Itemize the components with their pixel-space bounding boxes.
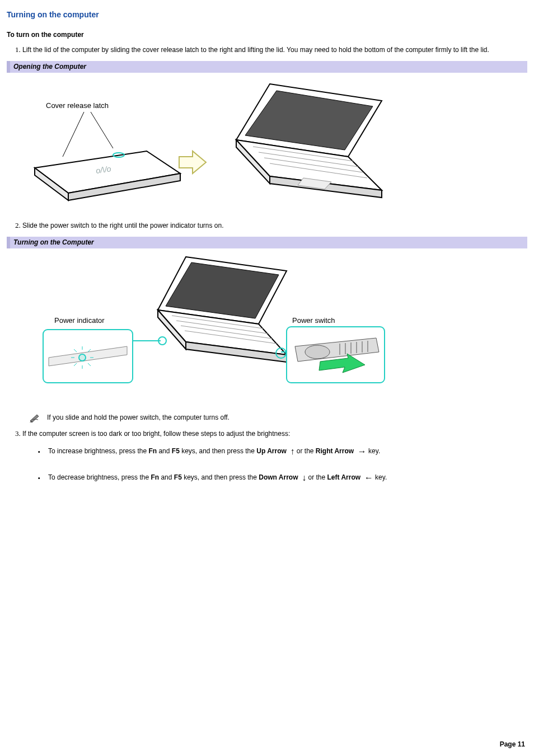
step-2-text: Slide the power switch to the right unti…: [22, 222, 224, 229]
arrow-right-icon: →: [358, 447, 367, 456]
key-f5: F5: [174, 473, 182, 481]
key-left-arrow: Left Arrow: [327, 473, 361, 481]
label-power-indicator: Power indicator: [54, 316, 105, 326]
arrow-up-icon: ↑: [290, 447, 294, 456]
txt: key.: [375, 473, 387, 481]
step-3: If the computer screen is too dark or to…: [22, 429, 527, 483]
figure-turning-on-computer: Power indicator Power switch: [7, 251, 527, 405]
label-cover-release-latch: Cover release latch: [46, 101, 109, 111]
arrow-down-icon: ↓: [302, 473, 306, 482]
step-2: Slide the power switch to the right unti…: [22, 220, 527, 231]
key-right-arrow: Right Arrow: [316, 447, 354, 455]
opening-computer-svg: o/\/o: [29, 78, 410, 207]
svg-marker-6: [179, 151, 206, 173]
note-row: If you slide and hold the power switch, …: [29, 413, 527, 423]
turning-on-computer-svg: [29, 254, 421, 400]
arrow-right-icon: [179, 151, 206, 173]
key-fn: Fn: [151, 473, 159, 481]
svg-line-1: [91, 112, 113, 148]
txt: and: [157, 447, 172, 455]
txt: keys, and then press the: [182, 473, 259, 481]
txt: and: [159, 473, 174, 481]
txt: To decrease brightness, press the: [48, 473, 151, 481]
step-3-text: If the computer screen is too dark or to…: [22, 430, 290, 438]
arrow-left-icon: ←: [364, 473, 373, 482]
figure-caption-1: Opening the Computer: [7, 61, 527, 73]
step-1: Lift the lid of the computer by sliding …: [22, 45, 527, 55]
svg-point-30: [79, 354, 86, 361]
txt: key.: [368, 447, 380, 455]
key-down-arrow: Down Arrow: [259, 473, 298, 481]
note-icon: [29, 413, 41, 423]
bullet-decrease: To decrease brightness, press the Fn and…: [38, 471, 527, 484]
label-power-switch: Power switch: [292, 316, 335, 326]
svg-line-0: [63, 112, 84, 157]
step-1-text: Lift the lid of the computer by sliding …: [22, 46, 489, 54]
txt: To increase brightness, press the: [48, 447, 148, 455]
page-title: Turning on the computer: [7, 9, 527, 20]
key-fn: Fn: [148, 447, 157, 455]
sub-heading: To turn on the computer: [7, 30, 527, 40]
figure-opening-computer: Cover release latch o/\/o: [7, 75, 527, 213]
bullet-increase: To increase brightness, press the Fn and…: [38, 445, 527, 458]
figure-caption-2: Turning on the Computer: [7, 237, 527, 248]
txt: keys, and then press the: [180, 447, 256, 455]
note-text: If you slide and hold the power switch, …: [47, 413, 229, 422]
key-f5: F5: [172, 447, 180, 455]
txt: or the: [297, 447, 316, 455]
key-up-arrow: Up Arrow: [256, 447, 287, 455]
svg-point-48: [305, 345, 330, 359]
txt: or the: [308, 473, 327, 481]
